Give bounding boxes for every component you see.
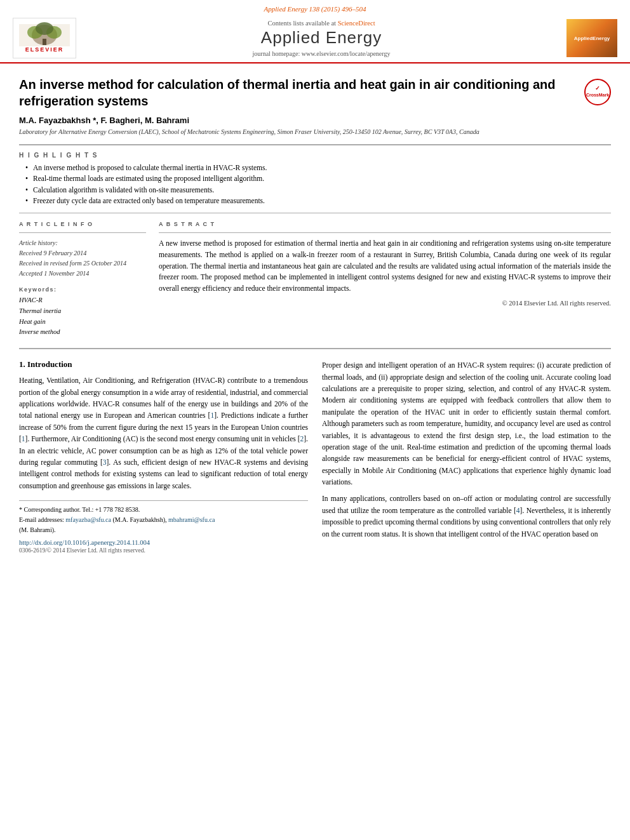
homepage-line: journal homepage: www.elsevier.com/locat… (76, 50, 566, 57)
issn-line: 0306-2619/© 2014 Elsevier Ltd. All right… (19, 547, 308, 554)
divider-after-affiliation (19, 144, 611, 145)
keywords-section: Keywords: HVAC-R Thermal inertia Heat ga… (19, 286, 146, 338)
divider-after-highlights (19, 213, 611, 213)
affiliation: Laboratory for Alternative Energy Conver… (19, 128, 611, 137)
list-item: Freezer duty cycle data are extracted on… (25, 196, 611, 206)
sciencedirect-line: Contents lists available at ScienceDirec… (76, 20, 566, 27)
article-info-label: A R T I C L E I N F O (19, 221, 146, 227)
right-para-1: Proper design and intelligent operation … (322, 359, 611, 488)
history-label: Article history: (19, 238, 146, 248)
divider-abstract (159, 232, 611, 233)
email-link-2[interactable]: mbahrami@sfu.ca (168, 516, 215, 523)
article-info-col: A R T I C L E I N F O Article history: R… (19, 221, 146, 338)
copyright-line: © 2014 Elsevier Ltd. All rights reserved… (159, 300, 611, 307)
article-info-abstract-section: A R T I C L E I N F O Article history: R… (19, 221, 611, 338)
keyword-2: Thermal inertia (19, 306, 146, 317)
list-item: An inverse method is proposed to calcula… (25, 163, 611, 173)
journal-center: Contents lists available at ScienceDirec… (76, 20, 566, 57)
elsevier-logo: ELSEVIER (13, 18, 76, 58)
body-two-col: 1. Introduction Heating, Ventilation, Ai… (19, 359, 611, 554)
keyword-3: Heat gain (19, 317, 146, 328)
abstract-label: A B S T R A C T (159, 221, 611, 227)
article-title-section: An inverse method for calculation of the… (19, 72, 611, 109)
doi-link[interactable]: http://dx.doi.org/10.1016/j.apenergy.201… (19, 539, 308, 546)
applied-energy-badge: AppliedEnergy (566, 19, 617, 57)
list-item: Real-time thermal loads are estimated us… (25, 173, 611, 184)
journal-ref: Applied Energy 138 (2015) 496–504 (13, 5, 617, 13)
authors: M.A. Fayazbakhsh *, F. Bagheri, M. Bahra… (19, 116, 189, 125)
article-title: An inverse method for calculation of the… (19, 76, 577, 109)
ref-1b[interactable]: 1 (22, 435, 25, 443)
highlights-list: An inverse method is proposed to calcula… (19, 163, 611, 206)
abstract-col: A B S T R A C T A new inverse method is … (159, 221, 611, 338)
divider-info (19, 232, 146, 233)
accepted-date: Accepted 1 November 2014 (19, 269, 146, 279)
received-date: Received 9 February 2014 (19, 248, 146, 258)
body-left-col: 1. Introduction Heating, Ventilation, Ai… (19, 359, 308, 554)
list-item: Calculation algorithm is validated with … (25, 185, 611, 196)
email1-name: (M.A. Fayazbakhsh), (112, 516, 166, 523)
revised-date: Received in revised form 25 October 2014 (19, 258, 146, 269)
svg-point-5 (36, 22, 53, 35)
article-history: Article history: Received 9 February 201… (19, 238, 146, 279)
abstract-text: A new inverse method is proposed for est… (159, 238, 611, 295)
crossmark-label: ✓CrossMark (586, 86, 609, 98)
keywords-label: Keywords: (19, 286, 146, 293)
intro-heading: 1. Introduction (19, 359, 308, 370)
keyword-4: Inverse method (19, 327, 146, 338)
ref-1[interactable]: 1 (210, 411, 214, 419)
footnote-corresponding: * Corresponding author. Tel.: +1 778 782… (19, 505, 308, 515)
ref-2[interactable]: 2 (300, 435, 304, 443)
email2-name: (M. Bahrami). (19, 525, 308, 535)
elsevier-tree-icon: ELSEVIER (16, 21, 73, 53)
intro-para-1: Heating, Ventilation, Air Conditioning, … (19, 375, 308, 491)
crossmark-logo[interactable]: ✓CrossMark (584, 79, 611, 105)
body-right-col: Proper design and intelligent operation … (322, 359, 611, 554)
divider-before-body (19, 348, 611, 349)
email-link-1[interactable]: mfayazba@sfu.ca (65, 516, 111, 523)
svg-rect-2 (43, 39, 46, 45)
journal-logo-area: ELSEVIER Contents lists available at Sci… (13, 15, 617, 62)
journal-header: Applied Energy 138 (2015) 496–504 ELSEVI… (0, 0, 630, 63)
body-content: 1. Introduction Heating, Ventilation, Ai… (19, 359, 611, 554)
journal-title: Applied Energy (76, 28, 566, 48)
ref-4[interactable]: 4 (516, 507, 520, 514)
footnote-email: E-mail addresses: mfayazba@sfu.ca (M.A. … (19, 515, 308, 525)
keyword-1: HVAC-R (19, 295, 146, 306)
highlights-label: H I G H L I G H T S (19, 152, 611, 159)
article-content: An inverse method for calculation of the… (0, 63, 630, 563)
svg-text:ELSEVIER: ELSEVIER (25, 46, 64, 53)
footnote-section: * Corresponding author. Tel.: +1 778 782… (19, 500, 308, 535)
sciencedirect-link[interactable]: ScienceDirect (338, 20, 375, 27)
ref-3[interactable]: 3 (103, 458, 107, 466)
authors-line: M.A. Fayazbakhsh *, F. Bagheri, M. Bahra… (19, 116, 611, 125)
right-para-2: In many applications, controllers based … (322, 493, 611, 540)
